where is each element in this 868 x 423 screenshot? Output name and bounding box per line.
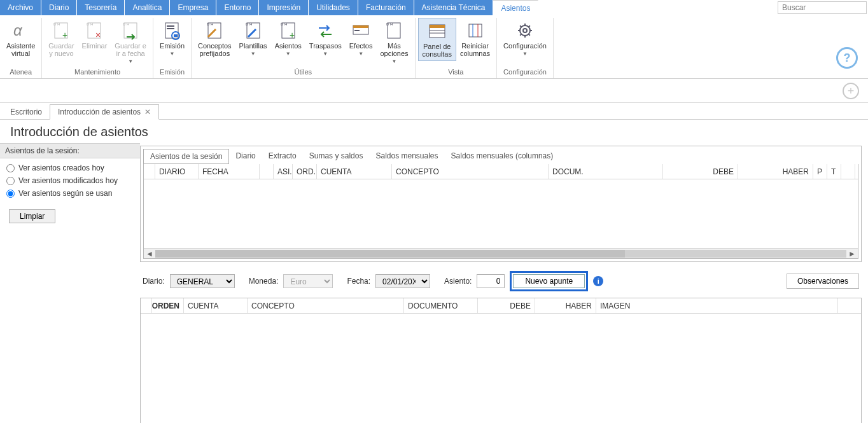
session-radio-2[interactable]: Ver asientos según se usan	[6, 189, 134, 198]
ribbon-conceptosprefijados-button[interactable]: D HConceptosprefijados	[194, 18, 235, 60]
session-col-ord[interactable]: ORD.	[293, 164, 317, 179]
session-col-cuenta[interactable]: CUENTA	[317, 164, 392, 179]
session-col-diario[interactable]: DIARIO	[155, 164, 199, 179]
ribbon-configuracin-button[interactable]: Configuración▼	[500, 18, 550, 59]
session-col-concepto[interactable]: CONCEPTO	[392, 164, 549, 179]
entry-col-imagen[interactable]: IMAGEN	[596, 298, 838, 313]
session-col-docum[interactable]: DOCUM.	[549, 164, 663, 179]
sub-tab-saldosmensuales[interactable]: Saldos mensuales	[369, 149, 444, 164]
session-radio-input-2[interactable]	[6, 190, 15, 198]
menu-utilidades[interactable]: Utilidades	[309, 0, 358, 15]
moneda-select[interactable]: Euro	[283, 274, 333, 288]
entry-table: ORDENCUENTACONCEPTODOCUMENTODEBEHABERIMA…	[140, 298, 862, 423]
ribbon-efectos-button[interactable]: Efectos▼	[346, 18, 377, 59]
ribbon-group-label: Configuración	[500, 67, 550, 78]
help-icon[interactable]: ?	[836, 47, 858, 69]
menu-archivo[interactable]: Archivo	[0, 0, 41, 15]
entry-col-haber[interactable]: HABER	[535, 298, 596, 313]
session-col-asi[interactable]: ASI.	[274, 164, 293, 179]
sub-tab-diario[interactable]: Diario	[229, 149, 262, 164]
session-col-haber[interactable]: HABER	[738, 164, 813, 179]
workspace-tab-introduccindeasientos[interactable]: Introducción de asientos✕	[50, 104, 159, 120]
session-col-fecha[interactable]: FECHA	[199, 164, 260, 179]
nuevo-apunte-button[interactable]: Nuevo apunte	[513, 274, 585, 288]
concepts-icon: D H	[204, 20, 225, 41]
entry-col-concepto[interactable]: CONCEPTO	[248, 298, 404, 313]
clear-button[interactable]: Limpiar	[9, 209, 55, 223]
session-col-debe[interactable]: DEBE	[663, 164, 738, 179]
chevron-down-icon: ▼	[323, 51, 328, 57]
scroll-right-icon[interactable]: ►	[848, 249, 857, 258]
session-col-p[interactable]: P	[813, 164, 827, 179]
diario-select[interactable]: GENERAL	[170, 274, 235, 288]
svg-rect-27	[430, 25, 445, 28]
emit-icon	[162, 20, 182, 41]
chevron-down-icon: ▼	[522, 51, 528, 57]
session-col-blank[interactable]	[144, 164, 155, 179]
workspace-tab-escritorio[interactable]: Escritorio	[3, 105, 50, 119]
session-radio-1[interactable]: Ver asientos modificados hoy	[6, 176, 134, 185]
svg-text:+: +	[62, 30, 67, 40]
session-radio-input-0[interactable]	[6, 164, 15, 172]
scroll-thumb[interactable]	[155, 250, 846, 258]
add-icon[interactable]: +	[843, 83, 859, 99]
session-radio-input-1[interactable]	[6, 177, 15, 185]
svg-text:D  H: D H	[246, 22, 252, 26]
ribbon-button-label: Másopciones	[380, 42, 408, 57]
menu-asientos[interactable]: Asientos	[493, 0, 538, 15]
sub-tab-extracto[interactable]: Extracto	[262, 149, 303, 164]
panel-icon	[427, 21, 447, 41]
asiento-input[interactable]	[477, 274, 505, 288]
info-icon[interactable]: i	[593, 276, 603, 286]
sub-tab-asientosdelasesin[interactable]: Asientos de la sesión	[143, 149, 229, 164]
entry-col-blank[interactable]	[141, 298, 152, 313]
svg-rect-11	[167, 28, 174, 29]
entry-col-documento[interactable]: DOCUMENTO	[404, 298, 478, 313]
chevron-down-icon: ▼	[128, 59, 133, 64]
fecha-label: Fecha:	[347, 277, 370, 286]
ribbon-button-label: Conceptosprefijados	[198, 42, 232, 57]
sub-tab-saldosmensualescolumnas[interactable]: Saldos mensuales (columnas)	[445, 149, 560, 164]
alpha-icon: α	[11, 20, 31, 41]
close-icon[interactable]: ✕	[144, 107, 151, 116]
doc-plus-icon: D H+	[51, 20, 71, 41]
session-col-t[interactable]: T	[827, 164, 841, 179]
entry-col-cuenta[interactable]: CUENTA	[184, 298, 248, 313]
svg-rect-22	[353, 25, 368, 28]
menu-empresa[interactable]: Empresa	[170, 0, 216, 15]
menu-diario[interactable]: Diario	[41, 0, 77, 15]
ribbon-msopciones-button[interactable]: D HMásopciones▼	[376, 18, 412, 67]
ribbon-traspasos-button[interactable]: Traspasos▼	[305, 18, 346, 59]
entry-col-debe[interactable]: DEBE	[478, 298, 535, 313]
observaciones-button[interactable]: Observaciones	[787, 274, 859, 289]
ribbon-reiniciarcolumnas-button[interactable]: Reiniciarcolumnas	[456, 18, 494, 60]
content-split: Asientos de la sesión: Ver asientos crea…	[0, 143, 868, 423]
ribbon-asistentevirtual-button[interactable]: αAsistentevirtual	[3, 18, 39, 60]
ribbon-paneldeconsultas-button[interactable]: Panel deconsultas	[418, 18, 456, 61]
fecha-select[interactable]: 02/01/20XX	[375, 274, 430, 288]
entry-col-orden[interactable]: ORDEN	[152, 298, 184, 313]
menu-impresin[interactable]: Impresión	[259, 0, 309, 15]
ribbon-asientos-button[interactable]: D H+Asientos▼	[271, 18, 305, 59]
menu-tesorera[interactable]: Tesorería	[77, 0, 125, 15]
sub-tab-sumasysaldos[interactable]: Sumas y saldos	[303, 149, 370, 164]
svg-text:D  H: D H	[386, 22, 393, 26]
session-col-blank[interactable]	[841, 164, 855, 179]
search-input[interactable]	[778, 1, 867, 14]
menu-asistenciatcnica[interactable]: Asistencia Técnica	[414, 0, 494, 15]
horizontal-scrollbar[interactable]: ◄ ►	[144, 248, 858, 258]
session-radio-0[interactable]: Ver asientos creados hoy	[6, 163, 134, 172]
svg-text:D  H: D H	[87, 22, 93, 26]
menu-analtica[interactable]: Analítica	[125, 0, 170, 15]
ribbon-plantillas-button[interactable]: D HPlantillas▼	[235, 18, 271, 59]
scroll-left-icon[interactable]: ◄	[145, 249, 154, 258]
session-col-blank[interactable]	[260, 164, 274, 179]
ribbon-button-label: Plantillas	[239, 42, 267, 50]
svg-text:D  H: D H	[207, 22, 213, 26]
doc-x-icon: D H×	[84, 20, 104, 41]
menu-facturacin[interactable]: Facturación	[358, 0, 414, 15]
ribbon-emisin-button[interactable]: Emisión▼	[156, 18, 188, 59]
svg-text:D  H: D H	[123, 22, 129, 26]
menu-entorno[interactable]: Entorno	[216, 0, 259, 15]
ribbon-button-label: Asistentevirtual	[6, 42, 35, 57]
